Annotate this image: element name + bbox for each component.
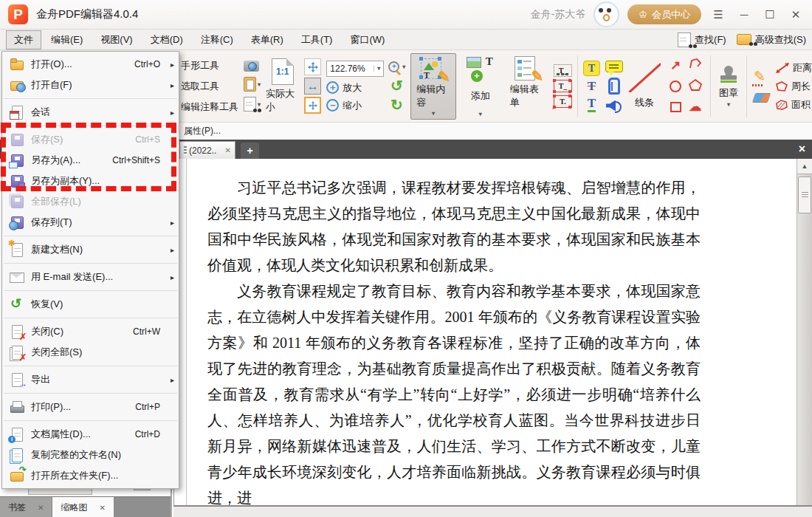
- area-tool-button[interactable]: 面积: [775, 98, 812, 112]
- menu-bar: 文件编辑(E)视图(V)文档(D)注释(C)表单(R)工具(T)窗口(W) 查找…: [0, 30, 812, 50]
- user-avatar[interactable]: [593, 1, 619, 27]
- file-menu-item[interactable]: 打印(P)...Ctrl+P: [2, 397, 179, 417]
- file-menu-item[interactable]: 会话▸: [2, 102, 179, 123]
- menu-item-视图(V)[interactable]: 视图(V): [92, 30, 140, 49]
- edit-annotation-tool-button[interactable]: 编辑注释工具: [181, 100, 238, 114]
- doc-search-button[interactable]: ▾: [244, 97, 261, 112]
- envelope-icon: [10, 270, 24, 284]
- edit-content-button[interactable]: T✎ 编辑内容 ▾: [410, 53, 455, 120]
- menu-item-工具(T)[interactable]: 工具(T): [293, 30, 341, 49]
- panel-tabs: 书签✕缩略图✕: [0, 496, 171, 517]
- line-icon: [628, 63, 661, 92]
- fit-visible-button[interactable]: [304, 97, 321, 114]
- zoom-percent-combo[interactable]: 122.76%▾: [326, 61, 384, 77]
- highlight-text-button[interactable]: T: [583, 61, 600, 76]
- bottom-strip: [173, 505, 812, 517]
- crown-icon: ♔: [639, 9, 647, 20]
- menu-item-文件[interactable]: 文件: [6, 30, 41, 49]
- fit-width-button[interactable]: ↔: [304, 78, 321, 95]
- fit-page-button[interactable]: [304, 58, 321, 75]
- file-menu-item[interactable]: 全部保存(L): [2, 191, 179, 212]
- file-menu-item[interactable]: 打开自(F)▸: [2, 75, 179, 95]
- edit-content-icon: T✎: [419, 56, 447, 83]
- perimeter-tool-button[interactable]: 周长: [775, 80, 812, 93]
- maximize-button[interactable]: ☐: [761, 8, 779, 21]
- file-menu-item[interactable]: 关闭(C)Ctrl+W: [2, 321, 179, 342]
- distance-tool-button[interactable]: 距离: [775, 61, 812, 75]
- submenu-arrow-icon: ▸: [167, 273, 174, 281]
- close-document-icon[interactable]: ×: [792, 143, 812, 156]
- strikethrough-text-button[interactable]: T: [588, 79, 596, 93]
- chevron-down-icon: ▾: [432, 110, 435, 117]
- file-menu-item[interactable]: 复制完整的文件名(N): [2, 445, 179, 465]
- menu-item-注释(C)[interactable]: 注释(C): [193, 30, 241, 49]
- menu-item-窗口(W)[interactable]: 窗口(W): [342, 30, 393, 49]
- actual-size-button[interactable]: 1:1 实际大小: [266, 58, 299, 114]
- polygon-tool-button[interactable]: [688, 78, 703, 95]
- rectangle-tool-button[interactable]: [670, 102, 681, 112]
- vertical-scrollbar-thumb[interactable]: [798, 177, 811, 213]
- doc-info-icon: [10, 427, 24, 442]
- stamp-button[interactable]: 图章 ▾: [716, 64, 741, 108]
- file-menu-item[interactable]: 保存到(T)▸: [2, 212, 179, 233]
- sound-speaker-icon[interactable]: [606, 100, 622, 112]
- file-menu-item[interactable]: 新建文档(N)▸: [2, 239, 179, 260]
- document-paragraph: 习近平总书记多次强调，课程教材要发挥培根铸魂、启智增慧的作用，必须坚持马克思主义…: [207, 175, 701, 278]
- file-menu-item[interactable]: 文档属性(D)...Ctrl+D: [2, 424, 179, 445]
- cloud-tool-button[interactable]: ☁: [689, 99, 702, 114]
- new-tab-button[interactable]: +: [241, 143, 259, 159]
- select-tool-button[interactable]: 选取工具: [181, 80, 238, 93]
- file-menu-item[interactable]: 用 E-mail 发送(E)...▸: [2, 267, 179, 287]
- line-tool-button[interactable]: 线条: [628, 63, 661, 109]
- plus-icon: +: [326, 81, 339, 94]
- menu-item-编辑(E)[interactable]: 编辑(E): [43, 30, 91, 49]
- hand-tool-button[interactable]: 手形工具: [181, 59, 238, 72]
- file-menu-item[interactable]: 导出▸: [2, 369, 179, 390]
- tab-close-icon[interactable]: ✕: [225, 146, 231, 154]
- polyline-tool-button[interactable]: [688, 58, 703, 74]
- marquee-zoom-button[interactable]: ▾: [388, 61, 405, 74]
- edit-form-button[interactable]: ✎ 编辑表单 ▾: [505, 53, 548, 120]
- vip-center-button[interactable]: ♔ 会员中心: [627, 4, 701, 24]
- zoom-in-button[interactable]: + 放大: [326, 81, 384, 95]
- file-menu-item[interactable]: 打开所在文件夹(F)...: [2, 465, 179, 486]
- close-button[interactable]: ✕: [787, 8, 805, 21]
- properties-item[interactable]: 属性(P)...: [184, 125, 221, 137]
- menu-item-表单(R)[interactable]: 表单(R): [243, 30, 292, 49]
- note-comment-icon[interactable]: [605, 61, 623, 72]
- tab-close-icon[interactable]: ✕: [99, 504, 105, 512]
- eraser-icon[interactable]: [751, 93, 770, 103]
- typewriter-tool-button[interactable]: ↓T.: [554, 95, 572, 108]
- username: 金舟-苏大爷: [531, 8, 586, 21]
- menu-separator: [4, 263, 177, 264]
- file-menu-item[interactable]: 关闭全部(S): [2, 342, 179, 363]
- menu-item-文档(D)[interactable]: 文档(D): [142, 30, 191, 49]
- clipboard-button[interactable]: ▾: [244, 77, 261, 92]
- minimize-button[interactable]: ─: [735, 8, 753, 21]
- panel-tab-书签[interactable]: 书签✕: [0, 497, 52, 517]
- scroll-up-arrow-icon[interactable]: ▲: [797, 159, 812, 174]
- document-tab[interactable]: (2022.. ✕: [179, 141, 235, 159]
- rotate-left-button[interactable]: ↺: [390, 78, 403, 93]
- distance-icon: [775, 62, 790, 74]
- snapshot-camera-icon[interactable]: [244, 61, 259, 72]
- file-menu-item[interactable]: 打开(O)...Ctrl+O▸: [2, 54, 179, 75]
- zoom-out-button[interactable]: − 缩小: [326, 99, 384, 112]
- text-field-tool-button[interactable]: T_: [554, 64, 572, 77]
- arrow-tool-button[interactable]: ↗: [670, 58, 681, 73]
- tab-close-icon[interactable]: ✕: [38, 504, 44, 512]
- pencil-draw-icon[interactable]: [752, 70, 770, 86]
- file-menu-item[interactable]: 恢复(V): [2, 294, 179, 315]
- vertical-scrollbar[interactable]: ▲: [796, 159, 812, 507]
- circle-tool-button[interactable]: [670, 81, 681, 92]
- attachment-paperclip-icon[interactable]: [608, 78, 620, 95]
- add-button[interactable]: T+ 添加 ▾: [461, 53, 500, 120]
- fit-visible-icon: [309, 101, 317, 110]
- underline-text-button[interactable]: T: [588, 96, 596, 112]
- rotate-right-button[interactable]: ↻: [390, 97, 403, 112]
- find-button[interactable]: 查找(F): [678, 32, 726, 47]
- hamburger-menu-icon[interactable]: ☰: [709, 8, 727, 21]
- advanced-find-button[interactable]: 高级查找(S): [737, 33, 806, 47]
- text-box-tool-button[interactable]: T_: [554, 80, 572, 92]
- panel-tab-缩略图[interactable]: 缩略图✕: [52, 497, 114, 517]
